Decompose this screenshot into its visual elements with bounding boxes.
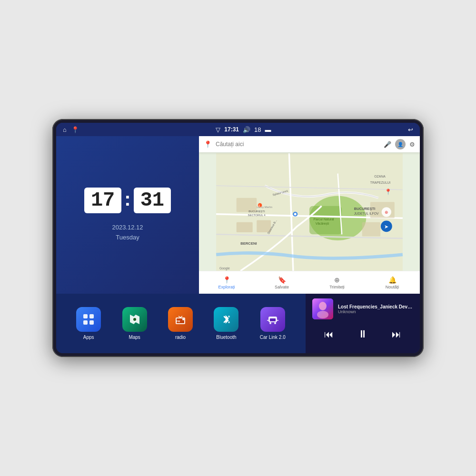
explore-icon: 📍 — [223, 276, 231, 284]
svg-text:Parcul Natural: Parcul Natural — [314, 218, 335, 221]
svg-point-45 — [274, 322, 276, 324]
signal-icon: ▽ — [216, 126, 220, 133]
music-controls: ⏮ ⏸ ⏭ — [312, 324, 413, 344]
clock-colon: : — [124, 189, 130, 208]
volume-icon[interactable]: 🔊 — [243, 126, 250, 133]
clock-hour: 17 — [84, 188, 121, 213]
status-bar: ⌂ 📍 ▽ 17:31 🔊 18 ▬ ↩ — [56, 123, 420, 136]
music-artist: Unknown — [338, 309, 413, 314]
svg-text:➤: ➤ — [384, 224, 388, 229]
music-info: Lost Frequencies_Janieck Devy-... Unknow… — [312, 298, 413, 319]
svg-rect-30 — [83, 314, 88, 318]
main-content: 17 : 31 2023.12.12 Tuesday 📍 🎤 — [56, 136, 420, 353]
apps-label: Apps — [83, 335, 94, 340]
radio-label: radio — [175, 335, 186, 340]
apps-dock: Apps Maps — [56, 294, 306, 353]
svg-text:⊕: ⊕ — [385, 210, 388, 215]
app-item-apps[interactable]: Apps — [76, 307, 101, 340]
map-nav-news[interactable]: 🔔 Noutăți — [365, 276, 420, 289]
status-center: ▽ 17:31 🔊 18 ▬ — [216, 126, 271, 133]
svg-point-41 — [228, 321, 230, 323]
svg-text:BERCENI: BERCENI — [240, 241, 257, 246]
back-icon[interactable]: ↩ — [408, 126, 413, 133]
clock-panel: 17 : 31 2023.12.12 Tuesday — [56, 136, 199, 294]
music-details: Lost Frequencies_Janieck Devy-... Unknow… — [338, 304, 413, 314]
svg-rect-31 — [89, 314, 94, 318]
map-nav-explore[interactable]: 📍 Explorați — [199, 276, 254, 289]
status-time: 17:31 — [224, 126, 239, 133]
map-nav-saved[interactable]: 🔖 Salvate — [254, 276, 309, 289]
status-left: ⌂ 📍 — [63, 126, 79, 133]
svg-point-38 — [182, 318, 184, 320]
apps-icon — [76, 307, 101, 332]
clock-date: 2023.12.12 Tuesday — [112, 223, 143, 243]
svg-rect-33 — [89, 320, 94, 325]
music-prev-button[interactable]: ⏮ — [320, 327, 337, 342]
svg-point-35 — [133, 318, 136, 321]
saved-icon: 🔖 — [278, 276, 286, 284]
bottom-section: Apps Maps — [56, 294, 420, 353]
battery-level: 18 — [254, 126, 261, 133]
map-panel[interactable]: 📍 🎤 👤 ⚙ — [199, 136, 420, 294]
battery-icon: ▬ — [265, 126, 271, 133]
device-screen: ⌂ 📍 ▽ 17:31 🔊 18 ▬ ↩ 17 — [56, 123, 420, 353]
app-item-carlink[interactable]: Car Link 2.0 — [260, 307, 286, 340]
svg-rect-7 — [362, 222, 380, 237]
music-next-button[interactable]: ⏭ — [388, 327, 405, 342]
svg-text:JUDEȚUL ILFOV: JUDEȚUL ILFOV — [354, 212, 379, 216]
clock-minute: 31 — [134, 188, 171, 213]
bluetooth-icon-wrapper — [214, 307, 238, 332]
album-art — [312, 298, 333, 319]
news-icon: 🔔 — [388, 276, 397, 284]
clock-display: 17 : 31 — [84, 188, 171, 213]
svg-point-27 — [294, 213, 297, 215]
map-pin-icon: 📍 — [204, 140, 212, 148]
user-avatar[interactable]: 👤 — [395, 139, 406, 149]
svg-point-47 — [319, 302, 327, 310]
svg-point-44 — [269, 322, 271, 324]
carlink-label: Car Link 2.0 — [260, 335, 286, 340]
svg-text:Google: Google — [219, 267, 230, 270]
carlink-icon — [260, 307, 285, 332]
map-bottom-nav: 📍 Explorați 🔖 Salvate ⊕ Trimiteți 🔔 — [199, 271, 420, 294]
app-item-radio[interactable]: FM radio — [168, 307, 193, 340]
map-search-input[interactable] — [216, 141, 380, 148]
bluetooth-label: Bluetooth — [216, 335, 236, 340]
map-search-bar: 📍 🎤 👤 ⚙ — [199, 136, 420, 152]
svg-text:OZANA: OZANA — [374, 175, 386, 178]
svg-text:SECTORUL 4: SECTORUL 4 — [248, 214, 266, 217]
status-right: ↩ — [408, 126, 413, 133]
maps-label: Maps — [129, 335, 140, 340]
app-item-bluetooth[interactable]: Bluetooth — [214, 307, 238, 340]
share-icon: ⊕ — [334, 276, 340, 284]
svg-text:BUCUREȘTI: BUCUREȘTI — [248, 210, 265, 213]
svg-text:Văcărești: Văcărești — [316, 222, 329, 226]
svg-text:FM: FM — [177, 320, 180, 323]
svg-point-40 — [228, 316, 230, 317]
radio-icon: FM — [168, 307, 193, 332]
maps-shortcut-icon[interactable]: 📍 — [71, 126, 79, 133]
maps-icon — [122, 307, 147, 332]
svg-point-48 — [317, 311, 328, 318]
voice-search-icon[interactable]: 🎤 — [384, 141, 391, 148]
music-play-button[interactable]: ⏸ — [354, 326, 372, 342]
svg-text:BUCUREȘTI: BUCUREȘTI — [354, 207, 376, 211]
top-section: 17 : 31 2023.12.12 Tuesday 📍 🎤 — [56, 136, 420, 294]
app-item-maps[interactable]: Maps — [122, 307, 147, 340]
svg-rect-32 — [83, 320, 88, 325]
map-view[interactable]: BUCUREȘTI JUDEȚUL ILFOV BERCENI TRAPEZUL… — [199, 153, 420, 271]
svg-rect-3 — [237, 222, 253, 232]
map-nav-share[interactable]: ⊕ Trimiteți — [309, 276, 365, 289]
home-icon[interactable]: ⌂ — [63, 126, 67, 133]
music-player: Lost Frequencies_Janieck Devy-... Unknow… — [306, 294, 420, 353]
svg-text:📍: 📍 — [385, 188, 392, 195]
map-settings-icon[interactable]: ⚙ — [409, 141, 415, 148]
svg-text:TRAPEZULUI: TRAPEZULUI — [370, 181, 390, 184]
svg-text:L: L — [259, 204, 261, 207]
car-head-unit: ⌂ 📍 ▽ 17:31 🔊 18 ▬ ↩ 17 — [52, 119, 424, 357]
music-title: Lost Frequencies_Janieck Devy-... — [338, 304, 413, 309]
svg-rect-43 — [270, 318, 276, 321]
